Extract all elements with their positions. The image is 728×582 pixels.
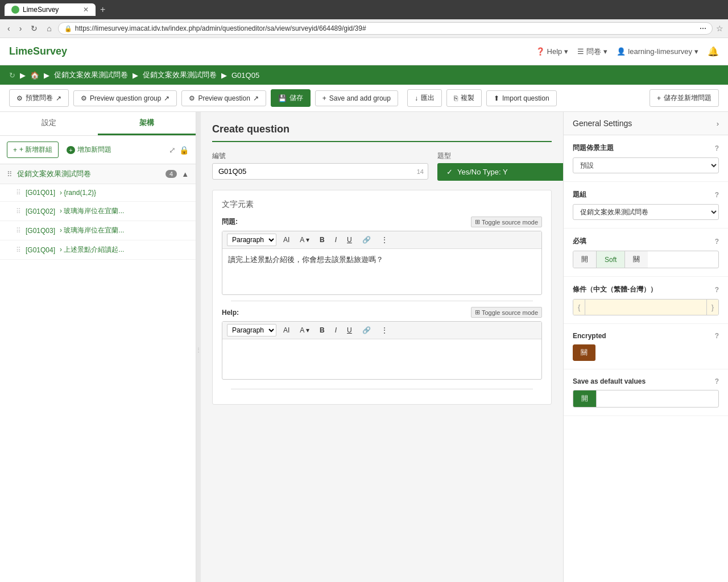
back-button[interactable]: ‹ <box>5 23 13 34</box>
forward-button[interactable]: › <box>16 23 25 34</box>
save-add-question-button[interactable]: + 儲存並新增問題 <box>650 89 719 107</box>
question-type-button[interactable]: ✓ Yes/No Type: Y <box>437 163 563 181</box>
toggle-source-button[interactable]: ⊞ Toggle source mode <box>471 217 542 227</box>
breadcrumb-survey1[interactable]: 促銷文案效果測試問卷 <box>54 70 128 80</box>
circle-plus-icon: + <box>67 146 75 154</box>
list-item[interactable]: ⠿ [G01Q02] › 玻璃海岸位在宜蘭... <box>0 202 196 221</box>
breadcrumb-home[interactable]: 🏠 <box>30 71 39 80</box>
export-button[interactable]: ↓ 匯出 <box>407 89 442 107</box>
address-bar[interactable]: 🔒 https://limesurvey.imacat.idv.tw/index… <box>58 22 713 35</box>
help-italic-button[interactable]: I <box>332 325 340 336</box>
condition-input[interactable] <box>585 300 706 315</box>
help-link-button[interactable]: 🔗 <box>359 325 374 336</box>
url-text: https://limesurvey.imacat.idv.tw/index.p… <box>75 24 697 32</box>
theme-help-icon[interactable]: ? <box>715 144 719 152</box>
survey-title[interactable]: 促銷文案效果測試問卷 <box>17 169 161 179</box>
help-menu[interactable]: ❓ Help ▾ <box>536 47 569 56</box>
bookmark-icon[interactable]: ☆ <box>716 24 723 33</box>
add-group-button[interactable]: + + 新增群組 <box>7 142 59 158</box>
refresh-button[interactable]: ↻ <box>28 23 40 34</box>
import-question-button[interactable]: ⬆ Import question <box>486 90 557 106</box>
bold-button[interactable]: B <box>316 234 328 246</box>
collapse-icon[interactable]: ▲ <box>181 170 189 178</box>
list-item[interactable]: ⠿ [G01Q03] › 玻璃海岸位在宜蘭... <box>0 221 196 240</box>
new-tab-button[interactable]: + <box>100 5 105 15</box>
panel-expand-icon[interactable]: › <box>717 119 719 128</box>
toolbar-right-actions: + 儲存並新增問題 <box>650 89 719 107</box>
encrypted-toggle-switch: 關 <box>573 344 595 361</box>
question-id: [G01Q02] <box>26 207 55 215</box>
breadcrumb-current: G01Q05 <box>231 71 259 80</box>
mandatory-section: 必填 ? 開 Soft 關 <box>564 228 728 277</box>
copy-button[interactable]: ⎘ 複製 <box>446 89 482 107</box>
mandatory-on-button[interactable]: 開 <box>573 251 597 268</box>
breadcrumb-survey2[interactable]: 促銷文案效果測試問卷 <box>143 70 217 80</box>
list-item[interactable]: ⠿ [G01Q04] › 上述景點介紹讀起... <box>0 240 196 260</box>
list-item[interactable]: ⠿ [G01Q01] › {rand(1,2)} <box>0 184 196 202</box>
external-link-icon: ↗ <box>56 94 61 102</box>
paragraph-select[interactable]: Paragraph <box>227 234 276 246</box>
notification-icon[interactable]: 🔔 <box>708 46 719 57</box>
save-add-group-button[interactable]: + Save and add group <box>315 90 398 106</box>
help-underline-button[interactable]: U <box>344 325 355 336</box>
help-bold-button[interactable]: B <box>316 325 328 336</box>
save-default-off-button[interactable] <box>596 390 613 407</box>
tab-structure[interactable]: 架構 <box>98 112 196 135</box>
expand-icon[interactable]: ⤢ <box>169 146 176 155</box>
lock-sidebar-icon[interactable]: 🔒 <box>179 146 189 155</box>
toggle-source-help-button[interactable]: ⊞ Toggle source mode <box>471 307 542 318</box>
theme-select[interactable]: 預設 <box>573 157 719 173</box>
preview-group-button[interactable]: ⚙ Preview question group ↗ <box>73 90 177 106</box>
encrypted-help-icon[interactable]: ? <box>715 332 719 340</box>
group-help-icon[interactable]: ? <box>715 191 719 199</box>
tab-settings[interactable]: 設定 <box>0 112 98 135</box>
toolbar: ⚙ 預覽問卷 ↗ ⚙ Preview question group ↗ ⚙ Pr… <box>0 85 728 112</box>
import-icon: ⬆ <box>494 94 499 102</box>
save-default-on-button[interactable]: 開 <box>573 390 596 407</box>
home-button[interactable]: ⌂ <box>44 23 54 34</box>
help-more-button[interactable]: ⋮ <box>378 325 391 336</box>
group-select[interactable]: 促銷文案效果測試問卷 <box>573 204 719 220</box>
drag-handle-icon: ⠿ <box>16 189 21 197</box>
page-title: Create question <box>212 123 552 142</box>
type-form-group: 題型 ✓ Yes/No Type: Y <box>437 151 563 181</box>
user-menu[interactable]: 👤 learning-limesurvey ▾ <box>617 47 698 56</box>
preview-question-button[interactable]: ⚙ Preview question ↗ <box>181 90 266 106</box>
add-question-button[interactable]: + 增加新問題 <box>63 142 114 157</box>
encrypted-on-button[interactable]: 關 <box>573 344 595 361</box>
help-paragraph-select[interactable]: Paragraph <box>227 324 276 336</box>
ai-button[interactable]: AI <box>280 234 293 246</box>
encrypted-label-row: Encrypted ? <box>573 332 719 340</box>
font-select-button[interactable]: A ▾ <box>296 234 313 246</box>
code-input[interactable] <box>212 163 428 180</box>
text-elements-section: 文字元素 問題: ⊞ Toggle source mode Paragraph … <box>212 190 552 405</box>
mandatory-soft-button[interactable]: Soft <box>597 251 625 268</box>
tab-close-button[interactable]: ✕ <box>83 6 89 14</box>
save-default-toggle: 開 <box>573 390 719 408</box>
user-icon: 👤 <box>617 47 626 56</box>
group-section: 題組 ? 促銷文案效果測試問卷 <box>564 182 728 228</box>
italic-button[interactable]: I <box>332 234 340 246</box>
question-content[interactable]: 讀完上述景點介紹後，你會想去該景點旅遊嗎？ <box>222 249 541 294</box>
question-label-row: 問題: ⊞ Toggle source mode <box>222 217 542 227</box>
help-content[interactable] <box>222 339 541 379</box>
help-ai-button[interactable]: AI <box>280 325 293 336</box>
browser-tab[interactable]: LimeSurvey ✕ <box>5 3 96 16</box>
right-panel: General Settings › 問題佈景主題 ? 預設 題組 ? 促銷文案… <box>563 112 728 582</box>
sidebar-resize-handle[interactable]: ⋮ <box>196 112 201 582</box>
sidebar-actions: + + 新增群組 + 增加新問題 ⤢ 🔒 <box>0 136 196 164</box>
underline-button[interactable]: U <box>344 234 355 246</box>
survey-menu[interactable]: ☰ 問卷 ▾ <box>577 47 607 57</box>
address-bar-menu[interactable]: ⋯ <box>700 24 706 32</box>
mandatory-off-button[interactable]: 關 <box>625 251 648 268</box>
save-button[interactable]: 💾 儲存 <box>271 89 311 107</box>
condition-help-icon[interactable]: ? <box>715 286 719 294</box>
gear-icon: ⚙ <box>16 94 23 102</box>
preview-survey-button[interactable]: ⚙ 預覽問卷 ↗ <box>9 89 69 107</box>
mandatory-help-icon[interactable]: ? <box>715 238 719 246</box>
sidebar-action-icons: ⤢ 🔒 <box>169 146 189 155</box>
save-default-help-icon[interactable]: ? <box>715 377 719 385</box>
more-button[interactable]: ⋮ <box>378 234 391 246</box>
link-button[interactable]: 🔗 <box>359 234 374 246</box>
help-font-button[interactable]: A ▾ <box>296 325 313 336</box>
